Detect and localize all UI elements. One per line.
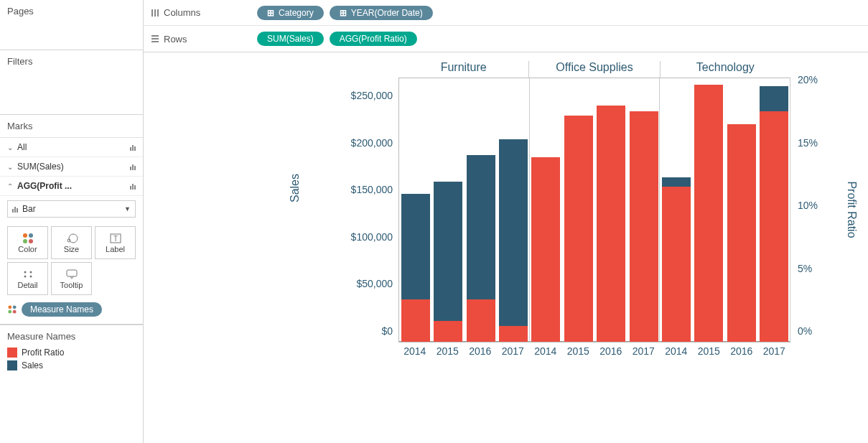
bar-profit-ratio[interactable]: [662, 187, 691, 342]
mark-type-dropdown[interactable]: Bar ▼: [7, 200, 136, 218]
caret-down-icon: ▼: [124, 205, 131, 213]
year-label: 2014: [529, 345, 562, 363]
bar-profit-ratio[interactable]: [630, 111, 658, 342]
bar-profit-ratio[interactable]: [531, 157, 560, 342]
filters-title: Filters: [7, 56, 136, 67]
marks-all-row[interactable]: ⌄All: [0, 138, 143, 157]
size-encoding-button[interactable]: Size: [51, 226, 92, 259]
bar-icon: [12, 205, 18, 213]
bar-icon: [130, 163, 136, 170]
mark-type-label: Bar: [22, 204, 36, 214]
svg-rect-14: [151, 41, 159, 42]
label-icon: T: [110, 232, 121, 245]
marks-aggprofit-label: AGG(Profit ...: [17, 181, 72, 191]
y-right-tick: 10%: [798, 200, 818, 211]
columns-shelf[interactable]: Columns ⊞Category ⊞YEAR(Order Date): [144, 0, 868, 26]
svg-point-7: [29, 276, 32, 278]
viz-canvas[interactable]: Sales $0$50,000$100,000$150,000$200,000$…: [144, 52, 868, 443]
pill-category[interactable]: ⊞Category: [257, 6, 324, 20]
marks-card: Marks ⌄All ⌄SUM(Sales) ⌃AGG(Profit ... B…: [0, 115, 143, 325]
bar-profit-ratio[interactable]: [401, 299, 430, 342]
pill-sum-sales[interactable]: SUM(Sales): [257, 32, 324, 46]
rows-shelf[interactable]: Rows SUM(Sales) AGG(Profit Ratio): [144, 26, 868, 52]
category-header: Furniture: [398, 61, 529, 78]
pages-shelf[interactable]: Pages: [0, 0, 143, 50]
measure-names-on-color[interactable]: Measure Names: [0, 299, 143, 324]
tooltip-encoding-button[interactable]: Tooltip: [51, 262, 92, 295]
plot-region: [398, 78, 790, 342]
y-right-tick: 20%: [798, 74, 818, 85]
bar-profit-ratio[interactable]: [467, 299, 495, 342]
svg-point-5: [29, 271, 32, 274]
chevron-up-icon: ⌃: [7, 182, 13, 190]
legend-profit-label: Profit Ratio: [22, 348, 64, 358]
y-left-tick: $150,000: [351, 184, 393, 195]
marks-sumsales-row[interactable]: ⌄SUM(Sales): [0, 157, 143, 177]
y-left-tick: $200,000: [351, 137, 393, 149]
detail-encoding-button[interactable]: Detail: [7, 262, 48, 295]
y-left-tick: $0: [381, 325, 393, 337]
year-label: 2017: [497, 345, 530, 363]
pill-agg-profit-ratio[interactable]: AGG(Profit Ratio): [330, 32, 417, 46]
bar-profit-ratio[interactable]: [499, 326, 528, 342]
bar-sales[interactable]: [499, 139, 528, 342]
year-label: 2017: [758, 345, 791, 363]
color-icon: [23, 232, 33, 245]
year-label: 2016: [725, 345, 758, 363]
measure-names-pill[interactable]: Measure Names: [22, 302, 102, 317]
label-encoding-button[interactable]: T Label: [95, 226, 136, 259]
bar-sales[interactable]: [434, 182, 462, 342]
y-left-axis-title: Sales: [289, 174, 302, 202]
color-label: Color: [18, 245, 37, 253]
y-left-tick: $50,000: [356, 278, 393, 289]
label-label: Label: [106, 245, 125, 253]
y-right-tick: 5%: [798, 263, 812, 274]
tooltip-icon: [66, 268, 78, 281]
tooltip-label: Tooltip: [60, 281, 83, 289]
legend-item-profit[interactable]: Profit Ratio: [7, 346, 136, 359]
marks-title: Marks: [0, 115, 143, 138]
detail-label: Detail: [17, 281, 37, 289]
plus-icon: ⊞: [340, 8, 347, 18]
bar-icon: [130, 182, 136, 190]
pill-year-orderdate[interactable]: ⊞YEAR(Order Date): [330, 6, 433, 20]
size-label: Size: [64, 245, 79, 253]
columns-label: Columns: [164, 7, 200, 18]
filters-shelf[interactable]: Filters: [0, 50, 143, 115]
rows-label: Rows: [164, 34, 187, 45]
chevron-down-icon: ⌄: [7, 163, 13, 171]
bar-profit-ratio[interactable]: [694, 85, 723, 342]
svg-rect-9: [151, 9, 153, 17]
detail-icon: [22, 268, 34, 281]
y-left-tick: $250,000: [351, 90, 393, 101]
y-left-axis: $0$50,000$100,000$150,000$200,000$250,00…: [322, 78, 397, 342]
legend-sales-label: Sales: [22, 360, 43, 370]
left-panel: Pages Filters Marks ⌄All ⌄SUM(Sales) ⌃AG…: [0, 0, 144, 443]
bar-profit-ratio[interactable]: [760, 111, 788, 342]
category-header: Office Supplies: [529, 61, 660, 78]
bar-profit-ratio[interactable]: [564, 116, 593, 342]
bar-profit-ratio[interactable]: [434, 321, 462, 342]
color-encoding-button[interactable]: Color: [7, 226, 48, 259]
marks-all-label: All: [17, 142, 27, 152]
svg-rect-13: [151, 38, 159, 39]
bar-profit-ratio[interactable]: [597, 106, 625, 342]
legend-item-sales[interactable]: Sales: [7, 359, 136, 372]
marks-sumsales-label: SUM(Sales): [17, 162, 64, 172]
rows-icon: [151, 34, 159, 43]
svg-point-6: [24, 276, 26, 278]
bar-profit-ratio[interactable]: [727, 124, 756, 342]
year-label: 2017: [627, 345, 661, 363]
svg-rect-10: [154, 9, 156, 17]
shelves: Columns ⊞Category ⊞YEAR(Order Date) Rows…: [144, 0, 868, 52]
y-right-tick: 15%: [798, 137, 818, 149]
marks-aggprofit-row[interactable]: ⌃AGG(Profit ...: [0, 177, 143, 196]
color-icon: [8, 305, 16, 313]
bar-icon: [130, 144, 136, 151]
category-headers: FurnitureOffice SuppliesTechnology: [398, 61, 790, 78]
x-axis-years: 2014201520162017201420152016201720142015…: [398, 345, 790, 363]
svg-rect-12: [151, 35, 159, 37]
legend-swatch: [7, 348, 17, 358]
chevron-down-icon: ⌄: [7, 144, 13, 151]
svg-point-4: [24, 271, 26, 274]
